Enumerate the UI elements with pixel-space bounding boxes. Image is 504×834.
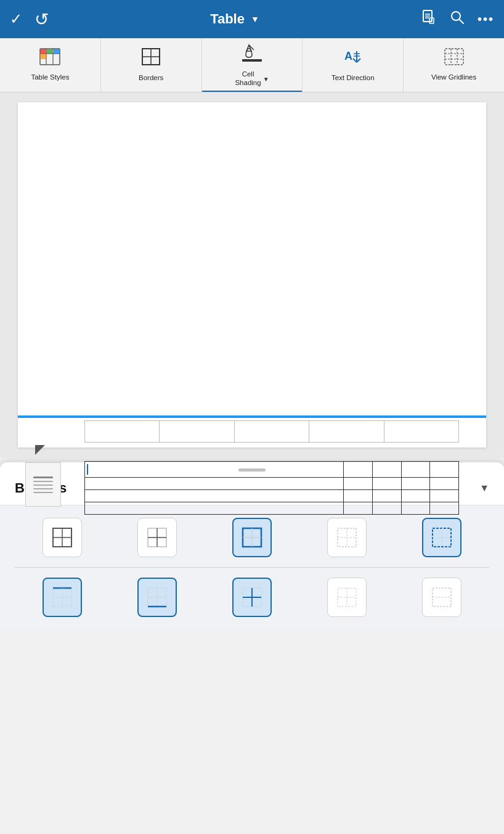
table-cell[interactable] — [401, 462, 430, 478]
border-inner-both-button[interactable] — [232, 578, 272, 617]
table-cell[interactable] — [344, 502, 373, 515]
top-bar-right-actions: ••• — [421, 9, 494, 30]
borders-label: Borders — [139, 74, 163, 83]
top-bar: ✓ ↺ Table ▼ ••• — [0, 0, 504, 38]
table-cell[interactable] — [430, 478, 459, 490]
border-bottom-button[interactable] — [137, 578, 177, 617]
table-row — [85, 490, 459, 502]
borders-grid-row2 — [15, 578, 489, 617]
svg-rect-13 — [40, 49, 46, 54]
empty-cell-2 — [160, 421, 234, 442]
table-cell[interactable] — [85, 478, 344, 490]
border-divider — [15, 567, 489, 568]
empty-cell-3 — [235, 421, 309, 442]
table-row — [85, 462, 459, 478]
check-button[interactable]: ✓ — [10, 10, 22, 28]
table-cell[interactable] — [344, 490, 373, 502]
table-cell[interactable] — [401, 490, 430, 502]
top-bar-center: Table ▼ — [210, 11, 259, 27]
doc-thumbnail — [25, 462, 61, 507]
undo-button[interactable]: ↺ — [35, 9, 49, 30]
border-left-right-button[interactable] — [327, 578, 367, 617]
svg-line-8 — [460, 20, 463, 23]
view-gridlines-icon — [444, 48, 464, 70]
cell-shading-label: CellShading — [235, 70, 261, 88]
table-row — [85, 478, 459, 490]
border-diagonal-button[interactable] — [422, 578, 461, 617]
document-area — [0, 92, 504, 457]
doc-thumb-line-3 — [33, 484, 53, 486]
table-row — [85, 502, 459, 515]
svg-point-7 — [452, 12, 460, 20]
svg-text:A: A — [344, 50, 352, 62]
svg-rect-15 — [54, 49, 60, 54]
svg-rect-21 — [242, 59, 262, 62]
border-top-button[interactable] — [43, 578, 82, 617]
view-gridlines-label: View Gridlines — [431, 73, 476, 82]
text-cursor — [87, 464, 88, 475]
toolbar-item-borders[interactable]: Borders — [101, 38, 202, 92]
empty-cell-4 — [309, 421, 384, 442]
border-box-button[interactable] — [232, 518, 272, 557]
table-cell[interactable] — [430, 502, 459, 515]
toolbar-item-text-direction[interactable]: A Text Direction — [303, 38, 404, 92]
sheet-dropdown-arrow[interactable]: ▼ — [479, 483, 489, 494]
toolbar-item-table-styles[interactable]: Table Styles — [0, 38, 101, 92]
cell-shading-dropdown-arrow: ▼ — [263, 76, 269, 83]
toolbar-item-view-gridlines[interactable]: View Gridlines — [404, 38, 504, 92]
border-dashed-outer-button[interactable] — [422, 518, 461, 557]
blue-line-bottom — [18, 417, 486, 418]
resize-handle[interactable] — [35, 445, 45, 455]
table-styles-label: Table Styles — [31, 73, 69, 82]
border-none-button[interactable] — [327, 518, 367, 557]
table-cell[interactable] — [430, 462, 459, 478]
title-dropdown-icon[interactable]: ▼ — [251, 14, 259, 24]
doc-thumb-line-2 — [33, 481, 53, 482]
table-cell[interactable] — [401, 478, 430, 490]
main-table-container — [84, 461, 459, 515]
table-cell[interactable] — [401, 502, 430, 515]
table-cell-cursor[interactable] — [85, 462, 344, 478]
borders-section — [0, 505, 504, 629]
table-cell[interactable] — [85, 490, 344, 502]
empty-table-row — [84, 420, 459, 443]
text-direction-label: Text Direction — [331, 74, 375, 83]
table-cell[interactable] — [372, 490, 401, 502]
doc-thumb-line-1 — [33, 476, 53, 478]
borders-icon — [141, 47, 161, 70]
svg-rect-16 — [40, 54, 46, 59]
page-title: Table — [210, 11, 245, 27]
document-icon[interactable] — [421, 9, 437, 30]
text-direction-icon: A — [343, 47, 363, 70]
toolbar-item-cell-shading[interactable]: CellShading ▼ — [202, 38, 303, 92]
table-styles-icon — [39, 48, 60, 70]
table-cell[interactable] — [344, 462, 373, 478]
svg-rect-14 — [47, 49, 52, 54]
top-bar-left-actions: ✓ ↺ — [10, 9, 49, 30]
border-all-button[interactable] — [43, 518, 82, 557]
table-cell[interactable] — [344, 478, 373, 490]
empty-cell-5 — [384, 421, 458, 442]
table-cell[interactable] — [85, 502, 344, 515]
svg-rect-28 — [445, 49, 463, 65]
table-cell[interactable] — [372, 478, 401, 490]
doc-thumb-line-4 — [33, 488, 53, 489]
borders-grid-row1 — [15, 518, 489, 557]
border-inner-button[interactable] — [137, 518, 177, 557]
search-icon[interactable] — [449, 9, 465, 30]
cell-shading-icon — [242, 43, 262, 67]
table-cell[interactable] — [372, 462, 401, 478]
table-cell[interactable] — [430, 490, 459, 502]
more-options-icon[interactable]: ••• — [478, 12, 494, 27]
cell-shading-label-area: CellShading ▼ — [235, 70, 269, 88]
table-cell[interactable] — [372, 502, 401, 515]
empty-cell-1 — [85, 421, 160, 442]
doc-thumb-line-5 — [33, 492, 53, 493]
document-page — [18, 102, 486, 448]
main-table — [84, 461, 459, 515]
toolbar: Table Styles Borders CellShading ▼ — [0, 38, 504, 92]
